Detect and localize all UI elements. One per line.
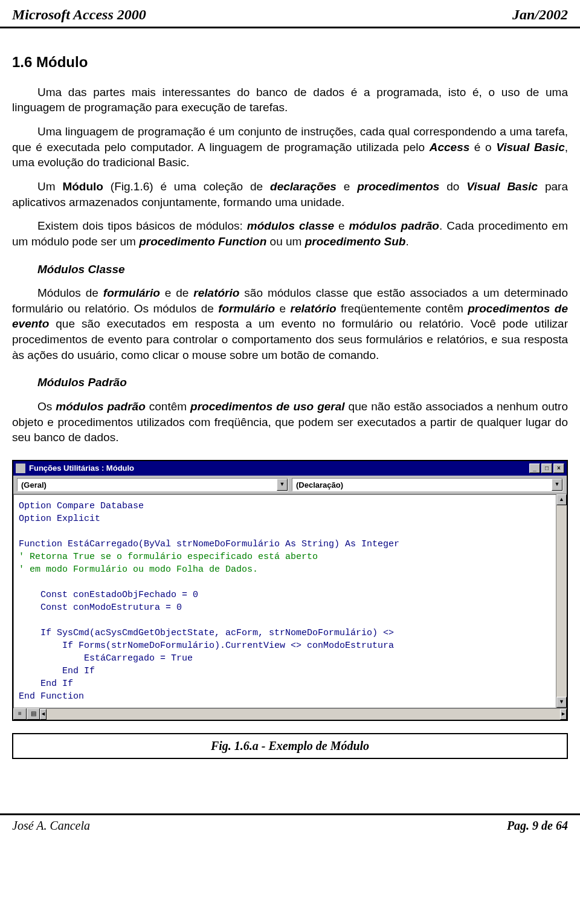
minimize-button[interactable]: _ — [529, 464, 540, 473]
scroll-track[interactable] — [556, 505, 567, 697]
object-combo-value: (Geral) — [18, 479, 277, 491]
vertical-scrollbar[interactable]: ▲ ▼ — [556, 494, 567, 708]
object-combo[interactable]: (Geral) ▼ — [17, 478, 288, 491]
section-title: 1.6 Módulo — [12, 53, 568, 72]
page-header: Microsoft Access 2000 Jan/2002 — [0, 0, 580, 28]
scroll-left-icon[interactable]: ◄ — [40, 709, 47, 720]
vba-module-window: Funções Utilitárias : Módulo _ □ × (Gera… — [12, 460, 568, 721]
footer-author: José A. Cancela — [12, 818, 90, 834]
maximize-button[interactable]: □ — [541, 464, 552, 473]
figure-caption: Fig. 1.6.a - Exemplo de Módulo — [12, 733, 568, 759]
subheading-modulos-classe: Módulos Classe — [37, 262, 568, 277]
footer-page: Pag. 9 de 64 — [507, 818, 568, 834]
dropdown-arrow-icon[interactable]: ▼ — [552, 479, 562, 491]
paragraph-modulos-classe: Módulos de formulário e de relatório são… — [12, 285, 568, 363]
scroll-track[interactable] — [47, 709, 560, 720]
paragraph-2: Uma linguagem de programação é um conjun… — [12, 124, 568, 170]
scroll-down-icon[interactable]: ▼ — [556, 697, 567, 708]
scroll-right-icon[interactable]: ► — [560, 709, 567, 720]
bottom-bar: ≡ ▤ ◄ ► — [13, 708, 567, 720]
paragraph-modulos-padrao: Os módulos padrão contêm procedimentos d… — [12, 399, 568, 445]
procedure-view-button[interactable]: ≡ — [13, 708, 27, 720]
paragraph-4: Existem dois tipos básicos de módulos: m… — [12, 218, 568, 249]
horizontal-scrollbar[interactable]: ◄ ► — [40, 708, 567, 720]
scroll-up-icon[interactable]: ▲ — [556, 494, 567, 505]
module-icon — [16, 464, 25, 473]
code-area: Option Compare Database Option Explicit … — [13, 494, 567, 708]
procedure-combo[interactable]: (Declaração) ▼ — [292, 478, 563, 491]
window-titlebar[interactable]: Funções Utilitárias : Módulo _ □ × — [13, 461, 567, 476]
header-right: Jan/2002 — [512, 5, 568, 24]
procedure-combo-value: (Declaração) — [292, 479, 552, 491]
header-left: Microsoft Access 2000 — [12, 5, 146, 24]
document-content: 1.6 Módulo Uma das partes mais interessa… — [0, 28, 580, 445]
full-module-view-button[interactable]: ▤ — [27, 708, 40, 720]
dropdown-arrow-icon[interactable]: ▼ — [277, 479, 288, 491]
window-title: Funções Utilitárias : Módulo — [29, 463, 134, 474]
close-button[interactable]: × — [553, 464, 564, 473]
code-pane[interactable]: Option Compare Database Option Explicit … — [13, 494, 556, 708]
paragraph-1: Uma das partes mais interessantes do ban… — [12, 85, 568, 115]
subheading-modulos-padrao: Módulos Padrão — [37, 375, 568, 390]
paragraph-3: Um Módulo (Fig.1.6) é uma coleção de dec… — [12, 179, 568, 210]
combo-row: (Geral) ▼ (Declaração) ▼ — [13, 476, 567, 494]
page-footer: José A. Cancela Pag. 9 de 64 — [0, 813, 580, 846]
